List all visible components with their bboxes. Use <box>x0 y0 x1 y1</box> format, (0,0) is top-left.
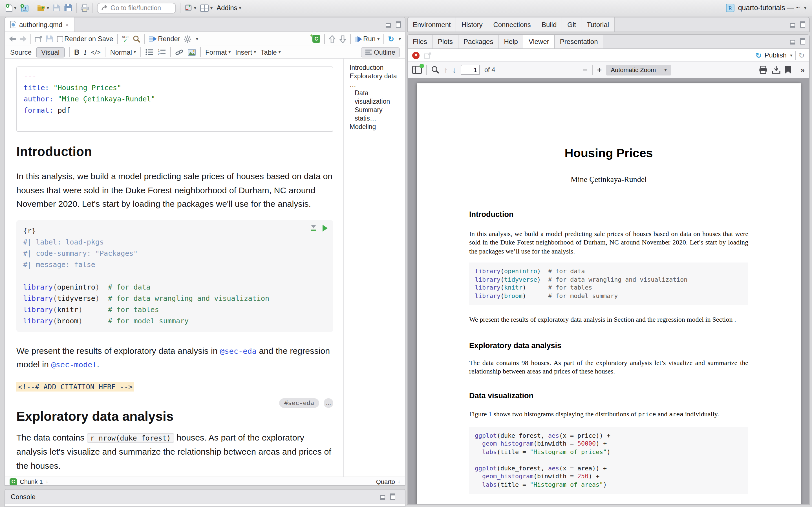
sidebar-toggle-button[interactable] <box>412 66 422 74</box>
divider <box>117 34 117 44</box>
chevron-down-icon[interactable]: ▾ <box>399 36 401 41</box>
chunk-nav[interactable]: Chunk 1 <box>20 478 43 485</box>
maximize-icon[interactable] <box>389 493 395 500</box>
tab-presentation[interactable]: Presentation <box>555 35 604 48</box>
download-icon[interactable] <box>772 66 780 74</box>
table-menu[interactable]: Table▾ <box>260 48 281 56</box>
outline-item-summary-statistics[interactable]: Summary statis… <box>350 106 403 123</box>
outline-item-data-visualization[interactable]: Data visualization <box>350 89 403 106</box>
doc-mode[interactable]: Quarto <box>376 478 395 485</box>
back-icon[interactable] <box>9 36 16 42</box>
format-menu[interactable]: Format▾ <box>205 48 231 56</box>
numbered-list-icon[interactable]: 12 <box>158 49 166 55</box>
render-on-save-checkbox[interactable]: Render on Save <box>57 35 113 43</box>
chevron-down-icon[interactable]: ▾ <box>196 36 198 41</box>
yaml-block[interactable]: --- title: "Housing Prices" author: "Min… <box>16 66 333 132</box>
minimize-icon[interactable] <box>380 494 386 499</box>
prev-page-icon[interactable]: ↑ <box>444 65 448 74</box>
source-mode-button[interactable]: Source <box>10 48 32 56</box>
outline-item-eda[interactable]: Exploratory data … <box>350 72 403 89</box>
maximize-icon[interactable] <box>799 38 805 45</box>
print-icon <box>81 4 89 11</box>
outline-item-introduction[interactable]: Introduction <box>350 64 403 72</box>
page-number-input[interactable] <box>461 65 480 75</box>
tab-connections[interactable]: Connections <box>488 17 536 32</box>
block-format-select[interactable]: Normal ▾ <box>110 48 136 56</box>
gear-icon[interactable] <box>184 35 192 43</box>
minimize-icon[interactable] <box>790 39 796 45</box>
rerun-icon[interactable]: ↻ <box>388 35 394 43</box>
search-icon[interactable] <box>432 66 439 74</box>
pdf-viewport[interactable]: Housing Prices Mine Çetinkaya-Rundel Int… <box>408 78 809 505</box>
save-icon[interactable] <box>46 36 53 42</box>
popout-icon[interactable] <box>424 52 432 58</box>
tab-files[interactable]: Files <box>408 35 433 48</box>
go-next-chunk-icon[interactable] <box>340 35 346 43</box>
code-chunk[interactable]: {r} #| label: load-pkgs #| code-summary:… <box>16 220 333 332</box>
bookmark-icon[interactable] <box>785 66 791 74</box>
tab-viewer[interactable]: Viewer <box>523 35 555 48</box>
tab-authoring-qmd[interactable]: authoring.qmd × <box>5 17 74 32</box>
run-chunks-above-icon[interactable] <box>310 224 317 231</box>
tab-history[interactable]: History <box>456 17 488 32</box>
pdf-toolbar: ↑ ↓ of 4 − + Automatic Zoom ▾ » <box>408 62 809 78</box>
console-header[interactable]: Console <box>5 490 405 504</box>
open-file-button[interactable]: ▾ <box>37 4 49 11</box>
tab-packages[interactable]: Packages <box>458 35 499 48</box>
print-icon[interactable] <box>759 66 767 74</box>
tab-help[interactable]: Help <box>499 35 523 48</box>
search-icon[interactable] <box>133 35 140 43</box>
spellcheck-button[interactable]: ABC ✓ <box>121 36 129 42</box>
version-control-button[interactable]: +− ▾ <box>185 4 196 12</box>
tab-plots[interactable]: Plots <box>433 35 458 48</box>
visual-mode-button[interactable]: Visual <box>36 47 64 57</box>
zoom-in-button[interactable]: + <box>597 65 602 74</box>
workspace-panes-button[interactable]: ▾ <box>200 4 213 11</box>
save-button[interactable] <box>53 4 60 11</box>
save-all-icon <box>64 4 72 12</box>
tab-environment[interactable]: Environment <box>408 17 456 32</box>
addins-button[interactable]: Addins ▾ <box>216 4 241 12</box>
publish-button[interactable]: ↻ Publish ▾ ↻ <box>756 50 805 60</box>
tab-tutorial[interactable]: Tutorial <box>581 17 615 32</box>
run-button[interactable]: Run ▾ <box>355 35 379 43</box>
italic-button[interactable]: I <box>84 48 87 57</box>
bullet-list-icon[interactable] <box>146 49 153 55</box>
new-project-button[interactable]: R <box>20 4 29 12</box>
tab-git[interactable]: Git <box>562 17 581 32</box>
link-icon[interactable] <box>175 49 183 55</box>
save-all-button[interactable] <box>64 4 72 12</box>
stop-icon[interactable]: × <box>412 52 419 59</box>
insert-chunk-button[interactable]: +C <box>312 35 320 43</box>
maximize-icon[interactable] <box>395 21 401 28</box>
outline-item-modeling[interactable]: Modeling <box>350 123 403 131</box>
new-file-button[interactable]: ▾ <box>6 4 16 12</box>
go-prev-chunk-icon[interactable] <box>329 35 336 43</box>
minimize-icon[interactable] <box>386 22 392 27</box>
tab-build[interactable]: Build <box>537 17 562 32</box>
code-button[interactable]: </> <box>91 49 100 55</box>
run-chunk-icon[interactable] <box>322 224 327 231</box>
print-button[interactable] <box>81 4 89 11</box>
refresh-icon[interactable]: ↻ <box>799 51 805 59</box>
visual-editor-surface[interactable]: --- title: "Housing Prices" author: "Min… <box>5 59 343 476</box>
section-options-button[interactable]: … <box>324 398 333 407</box>
next-page-icon[interactable]: ↓ <box>452 65 456 74</box>
zoom-out-button[interactable]: − <box>583 65 587 74</box>
chunk-line: {r} <box>23 225 326 236</box>
insert-menu[interactable]: Insert▾ <box>235 48 256 56</box>
render-button[interactable]: Render <box>149 35 180 43</box>
close-icon[interactable]: × <box>65 21 69 28</box>
project-selector[interactable]: R quarto-tutorials — ~ ▾ <box>726 3 806 12</box>
maximize-icon[interactable] <box>799 21 805 28</box>
bold-button[interactable]: B <box>74 48 80 56</box>
forward-icon[interactable] <box>20 36 27 42</box>
outline-toggle-button[interactable]: Outline <box>361 47 400 57</box>
minimize-icon[interactable] <box>790 22 796 27</box>
image-icon[interactable] <box>188 49 196 55</box>
chunk-line: #| label: load-pkgs <box>23 236 326 247</box>
goto-file-input[interactable]: Go to file/function <box>97 3 176 13</box>
toolbar-more-icon[interactable]: » <box>801 66 805 74</box>
popout-icon[interactable] <box>35 36 42 42</box>
zoom-select[interactable]: Automatic Zoom ▾ <box>606 64 671 75</box>
